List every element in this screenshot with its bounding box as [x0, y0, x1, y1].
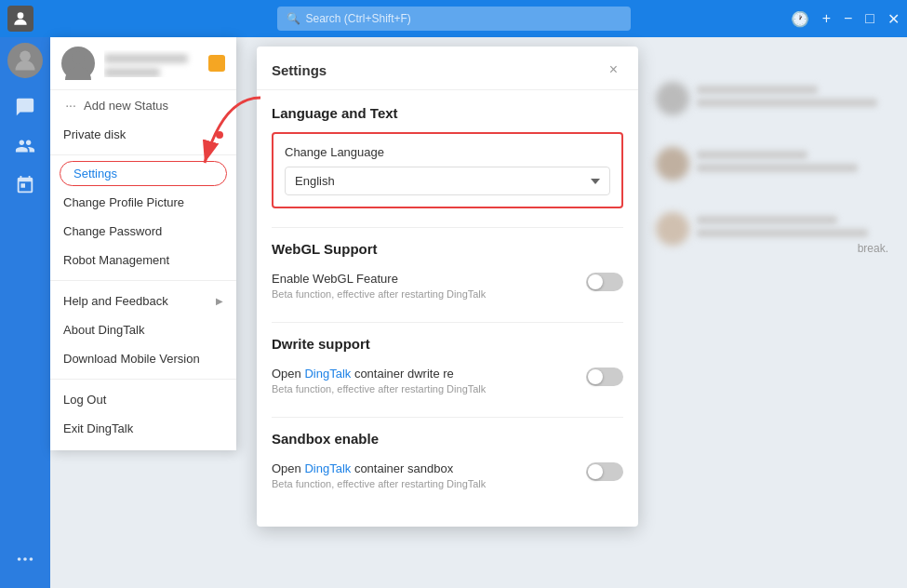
robot-management-item[interactable]: Robot Management [50, 246, 236, 274]
dwrite-section-title: Dwrite support [272, 336, 623, 352]
dwrite-toggle[interactable] [586, 368, 623, 386]
private-disk-label: Private disk [63, 127, 216, 141]
settings-title: Settings [272, 62, 604, 78]
settings-modal: Settings × Language and Text Change Lang… [257, 47, 638, 527]
webgl-desc: Beta function, effective after restartin… [272, 288, 486, 300]
webgl-toggle[interactable] [586, 273, 623, 291]
sandbox-label-blue: DingTalk [304, 461, 351, 475]
separator-2 [50, 280, 236, 281]
change-profile-picture-item[interactable]: Change Profile Picture [50, 188, 236, 217]
settings-item[interactable]: Settings [60, 161, 227, 186]
download-mobile-item[interactable]: Download Mobile Version [50, 344, 236, 373]
sidebar-more-icon[interactable] [7, 541, 43, 577]
history-icon[interactable]: 🕐 [791, 10, 809, 28]
sandbox-info: Open DingTalk container sandbox Beta fun… [272, 461, 486, 489]
sandbox-toggle[interactable] [586, 462, 623, 481]
chat-text-2 [697, 151, 898, 177]
svg-point-3 [23, 557, 27, 561]
username-blurred [104, 54, 188, 63]
chat-row-1[interactable] [647, 74, 907, 123]
sandbox-label: Open DingTalk container sandbox [272, 461, 486, 475]
user-header [50, 37, 236, 90]
change-password-item[interactable]: Change Password [50, 217, 236, 246]
chat-avatar-3 [656, 212, 689, 246]
download-mobile-label: Download Mobile Version [63, 352, 200, 366]
language-box: Change Language English 中文 [272, 132, 623, 208]
user-info [104, 50, 199, 77]
sandbox-label-pre: Open [272, 461, 304, 475]
svg-point-0 [18, 12, 24, 19]
sidebar-chat-icon[interactable] [7, 89, 43, 125]
change-password-label: Change Password [63, 224, 162, 238]
divider-3 [272, 417, 623, 418]
minimize-button[interactable]: − [844, 10, 852, 27]
sandbox-section: Sandbox enable Open DingTalk container s… [272, 431, 623, 493]
app-avatar[interactable] [7, 6, 33, 32]
profile-avatar [61, 47, 95, 80]
sidebar-contacts-icon[interactable] [7, 128, 43, 164]
change-language-label: Change Language [285, 145, 610, 159]
dwrite-label-post: container dwrite re [351, 367, 454, 381]
exit-dingtalk-label: Exit DingTalk [63, 421, 133, 435]
log-out-label: Log Out [63, 393, 106, 407]
log-out-item[interactable]: Log Out [50, 385, 236, 414]
main-layout: ··· Add new Status Private disk Settings… [0, 37, 907, 588]
maximize-button[interactable]: □ [865, 10, 874, 27]
svg-point-1 [20, 51, 31, 62]
close-button[interactable]: ✕ [887, 10, 900, 28]
sandbox-section-title: Sandbox enable [272, 431, 623, 447]
private-disk-item[interactable]: Private disk [50, 120, 236, 149]
dwrite-label: Open DingTalk container dwrite re [272, 367, 486, 381]
separator-3 [50, 379, 236, 380]
language-select-wrapper: English 中文 [285, 167, 610, 195]
about-dingtalk-label: About DingTalk [63, 323, 144, 337]
add-icon[interactable]: + [822, 10, 831, 27]
sidebar-narrow [0, 37, 50, 588]
chat-text-1 [697, 86, 898, 112]
language-section-title: Language and Text [272, 105, 623, 121]
sandbox-label-post: container sandbox [351, 461, 453, 475]
help-feedback-item[interactable]: Help and Feedback ▶ [50, 287, 236, 315]
dwrite-section: Dwrite support Open DingTalk container d… [272, 336, 623, 398]
help-feedback-label: Help and Feedback [63, 294, 168, 308]
svg-point-5 [72, 51, 85, 64]
webgl-label: Enable WebGL Feature [272, 272, 486, 286]
settings-body: Language and Text Change Language Englis… [257, 90, 638, 527]
webgl-row: Enable WebGL Feature Beta function, effe… [272, 268, 623, 303]
chat-row-3[interactable] [647, 205, 907, 253]
webgl-info: Enable WebGL Feature Beta function, effe… [272, 272, 486, 300]
sidebar-bottom [7, 541, 43, 577]
exit-dingtalk-item[interactable]: Exit DingTalk [50, 414, 236, 443]
sandbox-row: Open DingTalk container sandbox Beta fun… [272, 458, 623, 493]
search-icon: 🔍 [287, 12, 300, 25]
svg-point-2 [18, 557, 21, 561]
add-status-label: Add new Status [84, 99, 168, 113]
language-select[interactable]: English 中文 [285, 167, 610, 195]
user-subtitle-blurred [104, 68, 160, 77]
chat-avatar-1 [656, 82, 689, 115]
add-status-row[interactable]: ··· Add new Status [50, 90, 236, 120]
user-avatar[interactable] [7, 43, 43, 78]
settings-close-button[interactable]: × [604, 60, 623, 80]
robot-management-label: Robot Management [63, 253, 169, 267]
about-dingtalk-item[interactable]: About DingTalk [50, 315, 236, 344]
settings-label: Settings [73, 167, 117, 180]
window-controls: 🕐 + − □ ✕ [791, 10, 900, 28]
dwrite-row: Open DingTalk container dwrite re Beta f… [272, 363, 623, 398]
private-disk-dot [216, 131, 223, 139]
search-placeholder: Search (Ctrl+Shift+F) [306, 12, 411, 25]
divider-2 [272, 322, 623, 323]
webgl-section-title: WebGL Support [272, 241, 623, 257]
svg-point-4 [30, 557, 33, 561]
chat-avatar-2 [656, 147, 689, 180]
settings-header: Settings × [257, 47, 638, 90]
search-bar[interactable]: 🔍 Search (Ctrl+Shift+F) [277, 7, 631, 31]
dropdown-menu: ··· Add new Status Private disk Settings… [50, 37, 236, 450]
sidebar-calendar-icon[interactable] [7, 167, 43, 203]
sandbox-desc: Beta function, effective after restartin… [272, 478, 486, 489]
add-status-icon: ··· [63, 98, 78, 113]
chat-row-2[interactable] [647, 140, 907, 188]
change-profile-picture-label: Change Profile Picture [63, 195, 184, 209]
titlebar: 🔍 Search (Ctrl+Shift+F) 🕐 + − □ ✕ [0, 0, 907, 37]
divider-1 [272, 227, 623, 228]
